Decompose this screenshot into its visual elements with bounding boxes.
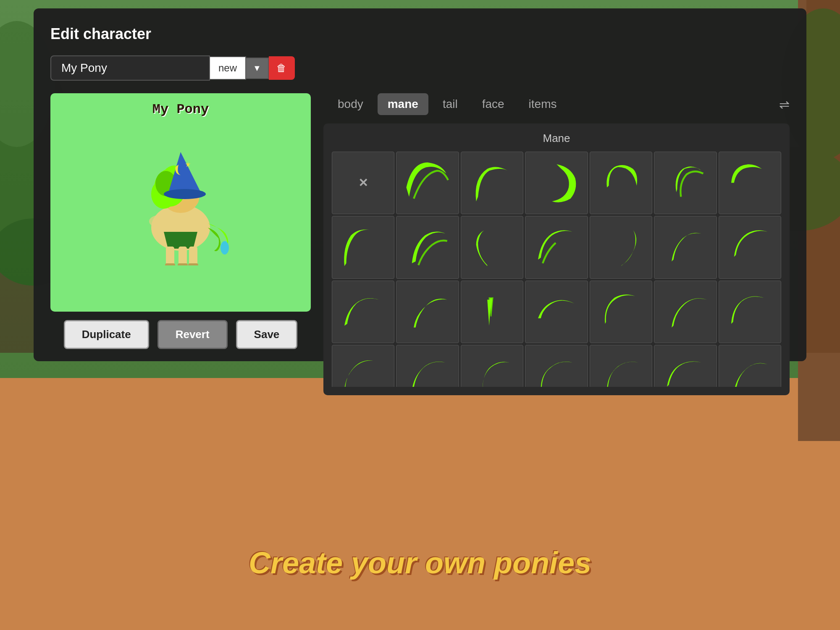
tab-tail[interactable]: tail [433,93,468,115]
mane-cell-24[interactable] [525,345,588,387]
name-bar: new ▼ 🗑 [50,55,790,81]
mane-cell-17[interactable] [525,281,588,343]
mane-cell-15[interactable] [396,281,459,343]
mane-cell-27[interactable] [719,345,781,387]
mane-cell-21[interactable] [332,345,394,387]
section-title: Mane [332,132,781,145]
mane-cell-10[interactable] [525,216,588,278]
mane-cell-2[interactable] [461,152,523,214]
right-panel: body mane tail face items ⇌ Mane ✕ [323,93,790,362]
mane-cell-9[interactable] [461,216,523,278]
mane-cell-18[interactable] [590,281,652,343]
flip-button[interactable]: ⇌ [779,97,790,112]
mane-cell-25[interactable] [590,345,652,387]
bottom-bar: Create your own ponies [0,496,840,630]
new-button[interactable]: new [210,56,246,80]
mane-cell-26[interactable] [654,345,717,387]
save-button[interactable]: Save [236,320,298,349]
main-content: My Pony [50,93,790,362]
mane-cell-8[interactable] [396,216,459,278]
edit-character-dialog: Edit character new ▼ 🗑 My Pony [34,8,806,361]
mane-cell-4[interactable] [590,152,652,214]
mane-grid: ✕ [332,152,781,387]
tab-bar: body mane tail face items ⇌ [323,93,790,115]
tab-items[interactable]: items [519,93,567,115]
svg-rect-23 [189,247,197,265]
x-icon: ✕ [358,176,368,190]
mane-cell-16[interactable] [461,281,523,343]
left-panel: My Pony [50,93,311,362]
grid-panel: Mane ✕ [323,123,790,395]
dropdown-arrow-icon: ▼ [253,63,261,73]
character-preview: My Pony [50,93,311,312]
character-name-display: My Pony [152,102,209,117]
mane-cell-1[interactable] [396,152,459,214]
mane-cell-6[interactable] [719,152,781,214]
mane-cell-none[interactable]: ✕ [332,152,394,214]
tagline-text: Create your own ponies [249,546,591,580]
mane-cell-5[interactable] [654,152,717,214]
character-name-input[interactable] [50,55,210,81]
mane-cell-3[interactable] [525,152,588,214]
mane-cell-12[interactable] [654,216,717,278]
tab-mane[interactable]: mane [378,93,428,115]
svg-rect-22 [178,247,187,265]
svg-rect-21 [166,247,174,265]
tab-body[interactable]: body [328,93,373,115]
svg-rect-24 [165,263,175,265]
mane-cell-20[interactable] [719,281,781,343]
tab-face[interactable]: face [472,93,514,115]
mane-cell-13[interactable] [719,216,781,278]
mane-cell-11[interactable] [590,216,652,278]
delete-button[interactable]: 🗑 [269,56,295,80]
svg-point-28 [149,215,170,228]
mane-cell-23[interactable] [461,345,523,387]
svg-rect-26 [188,263,198,265]
svg-point-19 [164,189,206,199]
revert-button[interactable]: Revert [158,320,228,349]
svg-point-27 [220,241,229,255]
mane-cell-7[interactable] [332,216,394,278]
mane-cell-14[interactable] [332,281,394,343]
mane-cell-19[interactable] [654,281,717,343]
pony-sprite [126,139,235,265]
mane-cell-22[interactable] [396,345,459,387]
action-buttons: Duplicate Revert Save [50,320,311,349]
trash-icon: 🗑 [276,62,286,74]
duplicate-button[interactable]: Duplicate [64,320,149,349]
dialog-title: Edit character [50,25,790,43]
svg-rect-25 [178,263,188,265]
dropdown-button[interactable]: ▼ [246,58,269,79]
